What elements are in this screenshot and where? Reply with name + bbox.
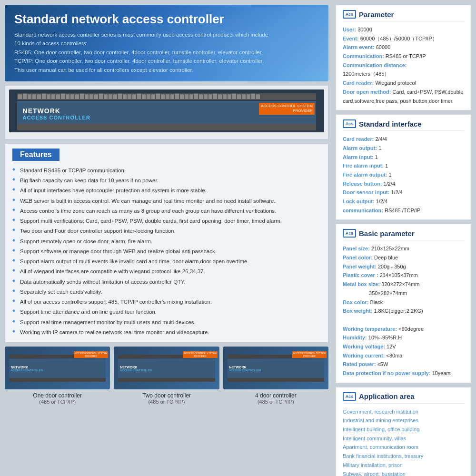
list-item: All of wiegand interfaces are compatible… [12,267,321,277]
pin [23,94,27,99]
param-value: <80ma [386,353,402,358]
ctrl-label: NETWORK [229,366,247,369]
param-value: 60000（485）/50000（TCP/IP） [360,36,437,41]
controller-spec: (485 or TCP/IP) [223,399,328,405]
param-label: Data protection if no power supply: [343,370,432,376]
ctrl-label: NETWORK [11,366,28,369]
si-alarm-output: Alarm output: 1 [343,144,464,153]
param-user: User: 30000 [343,25,464,34]
bp-spacer [343,316,464,325]
pin [47,94,50,99]
si-release-button: Release button: 1/2/4 [343,179,464,188]
pin [56,94,60,99]
si-alarm-input: Alarm input: 1 [343,153,464,162]
list-item: Apartment, communication room [343,443,464,452]
param-value: 1 [378,145,381,151]
param-value: RS485 /TCP/IP [385,208,420,213]
param-alarm-event: Alarm event: 60000 [343,43,464,52]
param-label: Card reader: [343,80,375,86]
pin [66,94,69,99]
list-item: Subway, airport, busstation [343,470,464,476]
param-value: <60degree [398,326,424,332]
param-label: Alarm output: [343,145,378,151]
acs-badge: Acs [343,119,356,128]
list-item: Support multi verifications: Card, card+… [12,216,321,226]
param-label: Working current: [343,353,386,358]
list-item: Support real time management monitor by … [12,317,321,327]
param-label: Working temperature: [343,326,398,332]
param-label: Working voltage: [343,344,387,349]
controller-img-one-door: NETWORK ACCESS CONTROLLER ACCESS CONTROL… [5,347,110,389]
list-item: Access control's time zone can reach as … [12,206,321,216]
features-title: Features [12,149,60,161]
main-content: Standard network access controller Stand… [0,0,333,476]
param-label: Lock output: [343,198,376,204]
pin [109,94,112,99]
acs-badge: Acs [343,392,356,401]
device-label-network: NETWORK [23,107,60,115]
pin [185,94,188,99]
param-value: 1 [375,154,378,160]
pin [194,94,198,99]
param-value: ≤5W [377,361,388,367]
param-card-reader: Card reader: Wiegand protocol [343,79,464,88]
badge-line1: ACCESS CONTROL SYSTEM [261,104,313,108]
param-door-open: Door open method: Card, card+PSW, PSW,do… [343,88,464,105]
pin [180,94,184,99]
param-event: Event: 60000（485）/50000（TCP/IP） [343,34,464,43]
controller-name: Two door controller [114,392,219,399]
param-comm-distance-value: 1200meters（485） [343,69,464,79]
controller-images: NETWORK ACCESS CONTROLLER ACCESS CONTROL… [5,347,328,405]
ctrl-sublabel: ACCESS CONTROLLER [229,369,261,372]
bp-working-current: Working current: <80ma [343,351,464,360]
product-title: Standard network access controller [14,12,319,27]
pin [151,94,155,99]
param-label: Door sensor input: [343,189,391,195]
controller-img-four-door: NETWORK ACCESS CONTROLLER ACCESS CONTROL… [223,347,328,389]
param-label: Box color: [343,299,370,305]
pin [99,94,103,99]
ctrl-body: NETWORK ACCESS CONTROLLER [9,359,106,378]
list-item: Working with IP camera to realize networ… [12,327,321,337]
pin [61,94,65,99]
pin [42,94,46,99]
bp-box-color: Box color: Black [343,298,464,307]
param-value: RS485 or TCP/IP [386,53,426,59]
features-list: Standard RS485 or TCP/IP communication B… [12,166,321,337]
application-area-list: Government, research institution Industr… [343,407,464,476]
param-value: 10years [432,370,451,376]
ctrl-terminal-bottom [118,378,215,382]
ctrl-body: NETWORK ACCESS CONTROLLER [118,359,215,378]
product-description: Standard network access controller serie… [14,30,319,74]
bp-data-protection: Data protection if no power supply: 10ye… [343,369,464,378]
device-image-area: NETWORK ACCESS CONTROLLER ACCESS CONTROL… [5,85,328,139]
standard-interface-card: Acs Standard interface Card reader: 2/4/… [336,114,471,220]
param-value: Black [370,299,383,305]
application-area-card: Acs Application area Government, researc… [336,387,471,476]
bp-plastic-cover: Plastic cover : 214×105×37mm [343,271,464,280]
param-label: Panel size: [343,246,371,251]
list-item: Two door and Four door controller suppor… [12,226,321,236]
list-item: Intelligent building, office building [343,425,464,434]
si-communication: communication: RS485 /TCP/IP [343,206,464,215]
param-value: 1 [385,163,388,169]
pin [170,94,174,99]
pin [189,94,193,99]
list-item: Data automatically sends without limitat… [12,277,321,287]
controller-name: 4 door controller [223,392,328,399]
ctrl-label: NETWORK [120,366,137,369]
param-value: 320×272×74mm [381,281,419,287]
pin [251,94,255,99]
list-item: Military installation, prison [343,461,464,470]
param-label: Box weight: [343,308,374,314]
param-label: communication: [343,208,385,213]
pin [175,94,179,99]
param-value: 1/2/4 [391,189,402,195]
pin [213,94,217,99]
bp-panel-weight: Panel weight: 200g - 350g [343,262,464,271]
pin [237,94,241,99]
pin [137,94,141,99]
product-header: Standard network access controller Stand… [5,5,328,81]
bp-humidity: Humidity: 10%--95%R.H [343,333,464,342]
pin [118,94,122,99]
